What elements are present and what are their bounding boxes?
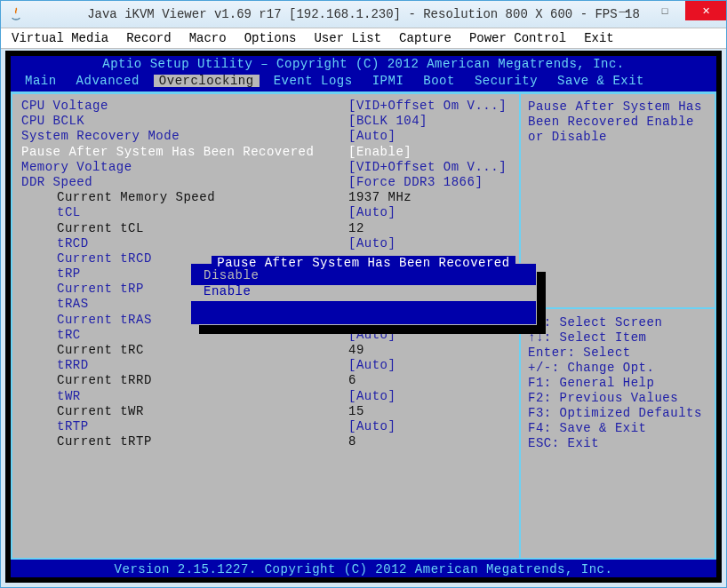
setting-value: [Auto] [348, 390, 395, 402]
nav-change: +/-: Change Opt. [528, 362, 707, 377]
popup-option-enable[interactable]: Enable [191, 285, 536, 301]
bios-header: Aptio Setup Utility – Copyright (C) 2012… [11, 56, 716, 72]
nav-help: →←: Select Screen ↑↓: Select Item Enter:… [528, 316, 707, 452]
setting-row: Current tCL12 [21, 222, 510, 237]
setting-label: Current Memory Speed [21, 191, 348, 203]
setting-label: tWR [21, 390, 348, 402]
setting-row[interactable]: tRRD[Auto] [21, 359, 510, 374]
setting-value: [Auto] [348, 420, 395, 433]
bios-tab-main[interactable]: Main [20, 75, 62, 87]
setting-row: Current tRC49 [21, 344, 510, 359]
setting-label: Current tRC [21, 344, 348, 356]
setting-value: [Force DDR3 1866] [348, 176, 483, 188]
setting-row[interactable]: CPU BCLK[BCLK 104] [21, 115, 510, 130]
setting-row[interactable]: Memory Voltage[VID+Offset Om V...] [21, 161, 510, 176]
setting-value: 1937 MHz [348, 191, 411, 203]
setting-value: [VID+Offset Om V...] [348, 161, 507, 173]
popup-option-disable[interactable]: Disable [191, 269, 536, 285]
help-pane: Pause After System Has Been Recovered En… [519, 94, 715, 558]
menu-item-exit[interactable]: Exit [582, 30, 616, 46]
setting-label: Current tRTP [21, 435, 348, 448]
menu-bar: Virtual MediaRecordMacroOptionsUser List… [1, 28, 726, 49]
nav-f2: F2: Previous Values [528, 392, 707, 407]
bios-tab-boot[interactable]: Boot [418, 75, 460, 87]
setting-label: Current tCL [21, 222, 348, 234]
maximize-button[interactable]: □ [644, 1, 685, 20]
bios-footer: Version 2.15.1227. Copyright (C) 2012 Am… [11, 561, 716, 577]
setting-label: System Recovery Mode [21, 130, 348, 142]
bios-body: CPU Voltage[VID+Offset Om V...]CPU BCLK[… [11, 91, 716, 560]
nav-esc: ESC: Exit [528, 437, 707, 452]
help-text: Pause After System Has Been Recovered En… [528, 99, 707, 145]
window-title: Java iKVM Viewer v1.69 r17 [192.168.1.23… [87, 8, 640, 20]
setting-value: [Enable] [348, 146, 411, 158]
setting-value: [Auto] [348, 206, 395, 219]
close-button[interactable]: ✕ [685, 1, 726, 20]
minimize-button[interactable]: — [603, 1, 644, 20]
setting-row[interactable]: DDR Speed[Force DDR3 1866] [21, 176, 510, 191]
setting-value: [Auto] [348, 130, 395, 142]
nav-select-screen: →←: Select Screen [528, 316, 707, 331]
setting-value: 6 [348, 374, 356, 386]
setting-row[interactable]: tWR[Auto] [21, 390, 510, 405]
bios-tab-overclocking[interactable]: Overclocking [154, 75, 260, 87]
setting-value: 15 [348, 405, 364, 417]
bios-tab-save-exit[interactable]: Save & Exit [552, 75, 650, 87]
setting-label: DDR Speed [21, 176, 348, 188]
setting-label: Pause After System Has Been Recovered [21, 146, 348, 158]
setting-label: tCL [21, 206, 348, 219]
terminal-frame: Aptio Setup Utility – Copyright (C) 2012… [5, 51, 722, 583]
window-buttons: — □ ✕ [603, 1, 726, 20]
setting-row: Current tRTP8 [21, 435, 510, 450]
setting-label: Current tWR [21, 405, 348, 417]
app-window: Java iKVM Viewer v1.69 r17 [192.168.1.23… [0, 0, 727, 588]
setting-label: tRRD [21, 359, 348, 371]
options-popup: Pause After System Has Been Recovered Di… [190, 263, 537, 325]
menu-item-capture[interactable]: Capture [397, 30, 453, 46]
setting-row[interactable]: System Recovery Mode[Auto] [21, 130, 510, 145]
bios-tab-security[interactable]: Security [469, 75, 543, 87]
setting-row: Current Memory Speed1937 MHz [21, 191, 510, 206]
nav-enter: Enter: Select [528, 346, 707, 362]
setting-row[interactable]: CPU Voltage[VID+Offset Om V...] [21, 99, 510, 115]
title-bar: Java iKVM Viewer v1.69 r17 [192.168.1.23… [1, 1, 726, 28]
nav-select-item: ↑↓: Select Item [528, 331, 707, 346]
setting-row[interactable]: tRTP[Auto] [21, 420, 510, 435]
setting-value: 12 [348, 222, 364, 234]
menu-item-power-control[interactable]: Power Control [467, 30, 568, 46]
menu-item-macro[interactable]: Macro [188, 30, 228, 46]
setting-row[interactable]: Pause After System Has Been Recovered[En… [21, 146, 510, 161]
setting-label: tRCD [21, 237, 348, 250]
menu-item-user-list[interactable]: User List [312, 30, 383, 46]
setting-label: Current tRRD [21, 374, 348, 386]
setting-label: CPU Voltage [21, 99, 348, 112]
menu-item-options[interactable]: Options [243, 30, 299, 46]
setting-row: Current tWR15 [21, 405, 510, 420]
setting-row[interactable]: tRCD[Auto] [21, 237, 510, 252]
setting-value: 49 [348, 344, 364, 356]
bios-screen[interactable]: Aptio Setup Utility – Copyright (C) 2012… [11, 56, 716, 577]
setting-label: Memory Voltage [21, 161, 348, 173]
setting-value: [BCLK 104] [348, 115, 427, 127]
setting-row: Current tRRD6 [21, 374, 510, 389]
nav-f3: F3: Optimized Defaults [528, 407, 707, 422]
setting-label: CPU BCLK [21, 115, 348, 127]
bios-tab-event-logs[interactable]: Event Logs [268, 75, 358, 87]
setting-value: 8 [348, 435, 356, 448]
bios-tabbar: MainAdvancedOverclockingEvent LogsIPMIBo… [11, 72, 716, 90]
help-separator [519, 307, 715, 309]
bios-tab-ipmi[interactable]: IPMI [367, 75, 410, 87]
setting-row[interactable]: tCL[Auto] [21, 206, 510, 221]
setting-value: [VID+Offset Om V...] [348, 99, 507, 112]
setting-label: tRTP [21, 420, 348, 433]
bios-tab-advanced[interactable]: Advanced [71, 75, 145, 87]
setting-value: [Auto] [348, 237, 395, 250]
java-icon [8, 6, 24, 22]
setting-value: [Auto] [348, 359, 395, 371]
menu-item-record[interactable]: Record [124, 30, 172, 46]
popup-title: Pause After System Has Been Recovered [191, 257, 536, 269]
menu-item-virtual-media[interactable]: Virtual Media [10, 30, 110, 46]
nav-f4: F4: Save & Exit [528, 422, 707, 437]
nav-f1: F1: General Help [528, 377, 707, 392]
